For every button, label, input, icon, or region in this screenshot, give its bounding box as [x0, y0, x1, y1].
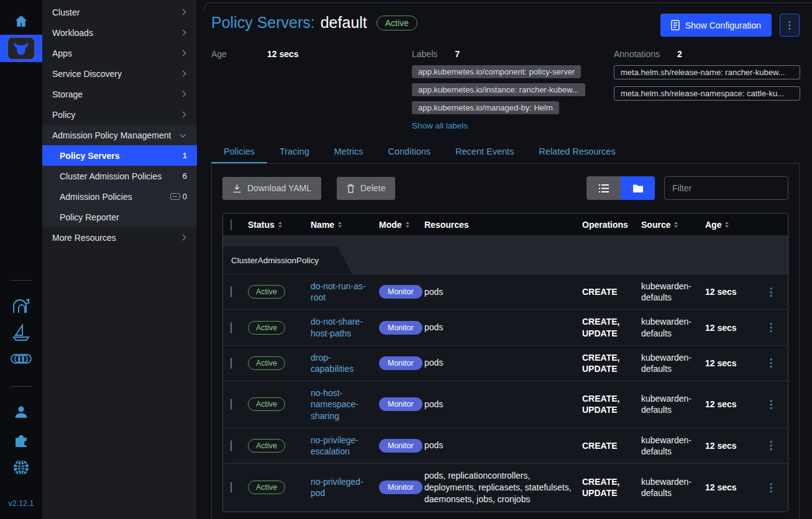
column-header[interactable]: Status [248, 220, 311, 230]
column-header-label: Name [311, 220, 334, 230]
tab[interactable]: Related Resources [526, 140, 627, 163]
grouped-view-button[interactable] [621, 176, 655, 200]
download-icon [232, 184, 242, 193]
nav-item[interactable]: Workloads [42, 22, 197, 43]
empty-count-icon [170, 193, 180, 200]
nav-item[interactable]: Policy [42, 104, 197, 125]
row-checkbox[interactable] [230, 322, 232, 333]
age-label: Age [211, 49, 267, 59]
row-resources: pods [424, 399, 582, 410]
row-checkbox[interactable] [230, 440, 232, 451]
nav-sub-item[interactable]: Policy Servers 1 [42, 145, 197, 166]
nav-sub-item[interactable]: Policy Reporter [42, 207, 197, 227]
page-actions-button[interactable]: ⋮ [780, 14, 800, 37]
table-body: Active do-not-run-as-root Monitor pods C… [223, 274, 788, 512]
column-header[interactable]: Name [311, 220, 379, 230]
annotations-label: Annotations [614, 49, 660, 59]
policy-name-link[interactable]: do-not-run-as-root [311, 281, 366, 302]
row-checkbox[interactable] [230, 358, 232, 369]
filter-input[interactable] [664, 176, 788, 200]
mode-badge: Monitor [379, 321, 422, 335]
policy-name-link[interactable]: no-privilege-escalation [311, 435, 358, 456]
column-header[interactable]: Source [641, 220, 705, 230]
home-button[interactable] [0, 14, 42, 29]
delete-button[interactable]: Delete [337, 177, 395, 200]
policy-name-link[interactable]: no-privileged-pod [311, 477, 363, 498]
row-checkbox[interactable] [230, 399, 232, 410]
table-header-row: Status Name Mode Resources Operations So… [223, 214, 788, 235]
nav-sub-item[interactable]: Admission Policies 0 [42, 186, 197, 207]
document-icon [671, 20, 680, 30]
column-header[interactable]: Resources [424, 220, 582, 230]
show-all-labels-link[interactable]: Show all labels [412, 121, 468, 130]
select-all-checkbox[interactable] [230, 219, 232, 230]
column-header[interactable]: Mode [379, 220, 424, 230]
row-resources: pods [424, 440, 582, 451]
download-yaml-button[interactable]: Download YAML [222, 177, 321, 200]
download-yaml-label: Download YAML [247, 183, 311, 193]
cluster-shortcut-3[interactable] [0, 351, 42, 366]
column-header[interactable]: Operations [582, 220, 641, 230]
kebab-icon: ⋮ [766, 482, 777, 494]
nav-sub-item[interactable]: Cluster Admission Policies 6 [42, 166, 197, 186]
column-header-label: Source [641, 220, 670, 230]
row-actions-button[interactable]: ⋮ [755, 286, 788, 299]
column-header[interactable]: Age [705, 220, 755, 230]
row-actions-button[interactable]: ⋮ [755, 481, 788, 494]
nav-item[interactable]: Apps [42, 43, 197, 63]
chevron-right-icon [180, 9, 186, 16]
policy-name-link[interactable]: drop-capabilities [311, 353, 354, 374]
table-row: Active do-not-run-as-root Monitor pods C… [223, 274, 788, 309]
row-actions-button[interactable]: ⋮ [755, 356, 788, 369]
locale-button[interactable] [0, 458, 42, 477]
list-view-button[interactable] [586, 176, 621, 200]
chevron-right-icon [180, 235, 186, 241]
mode-badge: Monitor [379, 481, 422, 494]
row-actions-button[interactable]: ⋮ [755, 321, 788, 334]
row-actions-button[interactable]: ⋮ [755, 439, 788, 452]
annotations-count: 2 [677, 49, 682, 59]
sort-arrows-icon [406, 222, 409, 228]
policy-name-link[interactable]: no-host-namespace-sharing [311, 388, 358, 420]
nav-item-admission-policy-management[interactable]: Admission Policy Management [42, 125, 197, 145]
show-configuration-button[interactable]: Show Configuration [660, 14, 772, 37]
globe-icon [12, 458, 30, 477]
policy-name-link[interactable]: do-not-share-host-paths [311, 317, 363, 338]
row-source: kubewarden-defaults [641, 393, 705, 415]
user-menu-button[interactable] [0, 404, 42, 421]
kebab-icon: ⋮ [785, 19, 795, 31]
row-checkbox[interactable] [230, 482, 232, 493]
chevron-down-icon [180, 131, 186, 137]
age-value: 12 secs [267, 49, 412, 59]
mode-badge: Monitor [379, 285, 422, 299]
tab[interactable]: Conditions [376, 140, 444, 163]
policies-table: Status Name Mode Resources Operations So… [222, 213, 788, 512]
extensions-button[interactable] [0, 431, 42, 449]
table-row: Active no-privilege-escalation Monitor p… [223, 428, 788, 463]
cluster-shortcut-2[interactable] [0, 323, 42, 343]
cluster-shortcut-1[interactable] [0, 297, 42, 315]
nav-item[interactable]: Service Discovery [42, 63, 197, 84]
column-header-label: Status [248, 220, 275, 230]
tab[interactable]: Recent Events [443, 140, 526, 163]
row-checkbox[interactable] [230, 286, 232, 297]
tab[interactable]: Tracing [267, 140, 322, 163]
nav-item[interactable]: Storage [42, 84, 197, 104]
row-actions-button[interactable]: ⋮ [755, 398, 788, 411]
nav-item-label: Cluster [52, 7, 181, 17]
active-app-button[interactable] [0, 35, 42, 62]
sailboat-icon [11, 323, 31, 343]
chevron-right-icon [180, 71, 186, 77]
chevron-right-icon [180, 91, 186, 97]
nav-item[interactable]: Cluster [42, 2, 197, 22]
labels-count: 7 [455, 49, 460, 59]
tab[interactable]: Policies [211, 140, 267, 163]
tab[interactable]: Metrics [322, 140, 376, 163]
row-operations: CREATE, UPDATE [582, 476, 641, 499]
nav-item-more-resources[interactable]: More Resources [42, 227, 197, 248]
row-status-badge: Active [248, 397, 285, 411]
row-age: 12 secs [705, 399, 755, 409]
row-operations: CREATE, UPDATE [582, 352, 641, 374]
annotation-chip: meta.helm.sh/release-namespace: cattle-k… [614, 86, 800, 101]
kebab-icon: ⋮ [766, 440, 777, 451]
